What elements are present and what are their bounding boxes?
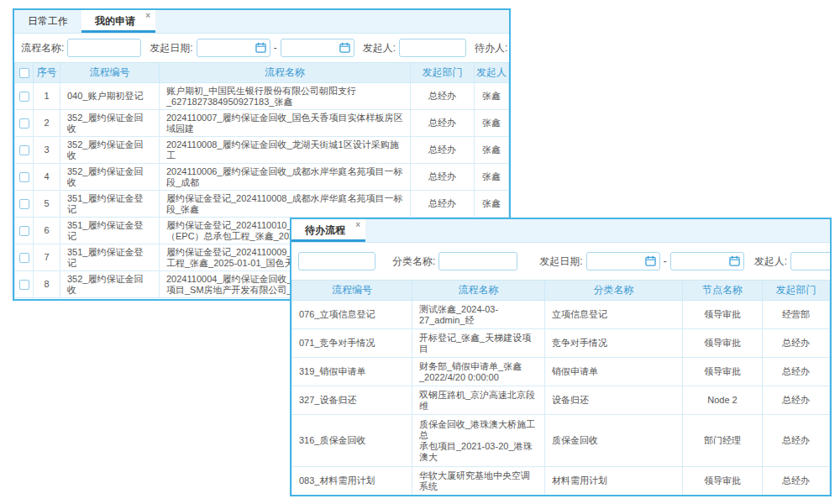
category-cell: 竞争对手情况 [545, 329, 683, 358]
date-from-field [197, 39, 270, 57]
row-checkbox[interactable] [19, 226, 29, 236]
column-header-initiator: 发起人 [475, 63, 509, 83]
close-icon[interactable]: × [145, 11, 150, 21]
table-row[interactable]: 4 352_履约保证金回收 2024110006_履约保证金回收_成都水岸华庭名… [15, 164, 509, 191]
workspace: 日常工作 我的申请 × 流程名称: 发起日期: - 发起人: 待办人: [0, 0, 840, 504]
process-name-label: 流程名称: [21, 41, 64, 55]
row-checkbox[interactable] [19, 199, 29, 209]
table-row[interactable]: 2 352_履约保证金回收 2024110007_履约保证金回收_国色天香项目实… [15, 110, 509, 137]
name-cell: 账户期初_中国民生银行股份有限公司朝阳支行 _62718273849509271… [160, 83, 411, 110]
tab-todo-flows[interactable]: 待办流程 × [291, 219, 365, 242]
node-cell: Node 2 [683, 386, 763, 415]
code-cell: 352_履约保证金回收 [60, 137, 160, 164]
filter-bar: 流程名称: 发起日期: - 发起人: 待办人: [14, 34, 509, 62]
name-cell: 双钢压路机_京沪高速北京段维 修_设备归还 [412, 386, 545, 415]
table-row[interactable]: 316_质保金回收 质保金回收_港珠澳大桥施工总 承包项目_2021-03-20… [292, 415, 830, 467]
todo-flows-table: 流程编号 流程名称 分类名称 节点名称 发起部门 076_立项信息登记 测试张鑫… [291, 280, 830, 496]
code-cell: 316_质保金回收 [292, 415, 412, 467]
row-checkbox[interactable] [19, 118, 29, 129]
column-header-code: 流程编号 [292, 281, 412, 301]
code-cell: 071_竞争对手情况 [292, 329, 412, 358]
table-row[interactable]: 5 351_履约保证金登记 履约保证金登记_2024110008_成都水岸华庭名… [15, 191, 509, 218]
initiator-cell: 张鑫 [475, 191, 509, 218]
close-icon[interactable]: × [355, 220, 360, 230]
initiator-cell: 张鑫 [475, 164, 509, 191]
dept-cell: 总经办 [763, 358, 830, 386]
seq-cell: 7 [34, 244, 60, 271]
column-header-seq: 序号 [34, 63, 60, 83]
table-row[interactable]: 319_销假申请单 财务部_销假申请单_张鑫 _2022/4/20 0:00:0… [292, 358, 830, 386]
calendar-icon[interactable] [255, 42, 266, 53]
name-cell: 质保金回收_港珠澳大桥施工总 承包项目_2021-03-20_港珠澳大 桥施工总… [412, 415, 545, 467]
row-checkbox[interactable] [19, 172, 29, 182]
node-cell: 领导审批 [683, 329, 763, 358]
code-cell: 040_账户期初登记 [60, 83, 160, 110]
calendar-icon[interactable] [339, 42, 350, 53]
table-row[interactable]: 076_立项信息登记 测试张鑫_2024-03-27_admin_经 营部 立项… [292, 301, 830, 329]
name-cell: 2024110006_履约保证金回收_成都水岸华庭名苑项目一标段_成都 城市管理… [160, 164, 411, 191]
tab-label: 日常工作 [28, 15, 68, 27]
column-header-name: 流程名称 [160, 63, 411, 83]
row-checkbox[interactable] [19, 253, 29, 263]
start-date-label: 发起日期: [150, 41, 192, 55]
name-cell: 测试张鑫_2024-03-27_admin_经 营部 [412, 301, 545, 329]
column-header-dept: 发起部门 [411, 63, 475, 83]
initiator-cell: 张鑫 [475, 137, 509, 164]
table-row[interactable]: 071_竞争对手情况 开标登记_张鑫_天梯建设项目 _2024-03-22 竞争… [292, 329, 830, 358]
seq-cell: 3 [34, 137, 60, 164]
initiator-input[interactable] [790, 252, 832, 270]
dept-cell: 总经办 [411, 191, 475, 218]
seq-cell: 2 [34, 110, 60, 137]
column-header-category: 分类名称 [545, 281, 683, 301]
column-header-name: 流程名称 [412, 281, 545, 301]
dept-cell: 总经办 [411, 83, 475, 110]
initiator-label: 发起人: [754, 255, 787, 269]
name-cell: 2024110007_履约保证金回收_国色天香项目实体样板房区域园建 工程_国色… [160, 110, 411, 137]
seq-cell: 4 [34, 164, 60, 191]
dept-cell: 总经办 [411, 137, 475, 164]
initiator-label: 发起人: [363, 41, 396, 55]
seq-cell: 8 [34, 271, 60, 298]
code-cell: 083_材料需用计划 [292, 467, 412, 496]
table-row[interactable]: 3 352_履约保证金回收 2024110008_履约保证金回收_龙湖天街城1区… [15, 137, 509, 164]
process-name-input[interactable] [67, 39, 141, 57]
name-cell: 华软大厦研究基地中央空调系统 工程_张鑫_2020-03-19 [412, 467, 545, 496]
date-to-field [281, 39, 354, 57]
code-cell: 352_履约保证金回收 [60, 164, 160, 191]
dept-cell: 总经办 [763, 415, 830, 467]
name-cell: 开标登记_张鑫_天梯建设项目 _2024-03-22 [412, 329, 545, 358]
column-header-code: 流程编号 [60, 63, 160, 83]
tab-label: 待办流程 [305, 224, 345, 236]
name-cell: 2024110008_履约保证金回收_龙湖天街城1区设计采购施工 （EPC）总承… [160, 137, 411, 164]
table-row[interactable]: 327_设备归还 双钢压路机_京沪高速北京段维 修_设备归还 设备归还 Node… [292, 386, 830, 415]
column-header-node: 节点名称 [683, 281, 763, 301]
date-to-field [670, 252, 744, 270]
code-cell: 352_履约保证金回收 [60, 110, 160, 137]
row-checkbox[interactable] [19, 280, 29, 290]
select-all-checkbox[interactable] [19, 68, 29, 78]
flow-name-input[interactable] [298, 252, 375, 270]
dept-cell: 总经办 [763, 467, 830, 496]
table-row[interactable]: 083_材料需用计划 华软大厦研究基地中央空调系统 工程_张鑫_2020-03-… [292, 467, 830, 496]
calendar-icon[interactable] [645, 255, 656, 266]
category-name-input[interactable] [438, 252, 517, 270]
table-row[interactable]: 1 040_账户期初登记 账户期初_中国民生银行股份有限公司朝阳支行 _6271… [15, 83, 509, 110]
table-header-row: 流程编号 流程名称 分类名称 节点名称 发起部门 [292, 281, 830, 301]
tab-my-applications[interactable]: 我的申请 × [81, 10, 155, 33]
code-cell: 351_履约保证金登记 [60, 244, 160, 271]
table-header-row: 序号 流程编号 流程名称 发起部门 发起人 [15, 63, 509, 83]
seq-cell: 1 [34, 83, 60, 110]
row-checkbox[interactable] [19, 92, 29, 102]
category-cell: 立项信息登记 [545, 301, 683, 329]
tab-daily-work[interactable]: 日常工作 [14, 10, 81, 33]
initiator-input[interactable] [399, 39, 466, 57]
category-cell: 销假申请单 [545, 358, 683, 386]
calendar-icon[interactable] [729, 255, 740, 266]
code-cell: 351_履约保证金登记 [60, 191, 160, 218]
date-separator: - [664, 255, 667, 267]
seq-cell: 6 [34, 218, 60, 244]
row-checkbox[interactable] [19, 145, 29, 155]
node-cell: 领导审批 [683, 358, 763, 386]
dept-cell: 总经办 [411, 164, 475, 191]
code-cell: 352_履约保证金回收 [60, 271, 160, 298]
